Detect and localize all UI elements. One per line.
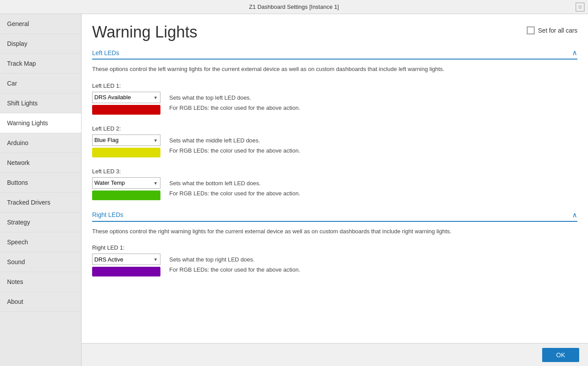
titlebar-title: Z1 Dashboard Settings [Instance 1] <box>249 4 339 10</box>
page-title: Warning Lights <box>92 23 197 41</box>
sidebar-item-arduino[interactable]: Arduino <box>0 133 81 153</box>
left-led-3-group: Left LED 3: DRS Available Blue Flag Wate… <box>92 168 577 200</box>
left-led-1-select-wrapper: DRS Available Blue Flag Water Temp DRS A… <box>92 92 160 103</box>
left-leds-chevron[interactable]: ∧ <box>572 49 577 57</box>
left-led-1-label: Left LED 1: <box>92 82 577 89</box>
left-led-2-label: Left LED 2: <box>92 125 577 132</box>
left-leds-header: Left LEDs ∧ <box>92 49 577 60</box>
set-all-cars-checkbox[interactable] <box>527 26 535 34</box>
right-led-1-row: DRS Available Blue Flag Water Temp DRS A… <box>92 254 577 276</box>
left-led-2-row: DRS Available Blue Flag Water Temp DRS A… <box>92 134 577 157</box>
set-all-cars-label: Set for all cars <box>538 27 577 34</box>
titlebar: Z1 Dashboard Settings [Instance 1] □ <box>0 0 588 14</box>
left-led-3-desc: Sets what the bottom left LED does. For … <box>169 177 300 199</box>
sidebar-item-notes[interactable]: Notes <box>0 272 81 292</box>
sidebar-item-network[interactable]: Network <box>0 153 81 173</box>
left-led-1-select[interactable]: DRS Available Blue Flag Water Temp DRS A… <box>92 92 160 103</box>
sidebar-item-buttons[interactable]: Buttons <box>0 173 81 193</box>
titlebar-controls: □ <box>576 3 584 11</box>
sidebar: GeneralDisplayTrack MapCarShift LightsWa… <box>0 14 82 366</box>
sidebar-item-sound[interactable]: Sound <box>0 252 81 272</box>
left-led-3-label: Left LED 3: <box>92 168 577 175</box>
ok-button[interactable]: OK <box>542 348 579 362</box>
right-led-1-group: Right LED 1: DRS Available Blue Flag Wat… <box>92 244 577 276</box>
sidebar-item-strategy[interactable]: Strategy <box>0 213 81 232</box>
sidebar-item-display[interactable]: Display <box>0 34 81 54</box>
sidebar-item-general[interactable]: General <box>0 14 81 34</box>
sidebar-item-shift-lights[interactable]: Shift Lights <box>0 93 81 113</box>
right-leds-desc: These options control the right warning … <box>92 227 577 236</box>
maximize-button[interactable]: □ <box>576 3 584 11</box>
left-led-3-select-wrapper: DRS Available Blue Flag Water Temp DRS A… <box>92 177 160 189</box>
left-leds-section: Left LEDs ∧ These options control the le… <box>92 49 577 200</box>
left-led-2-select-wrapper: DRS Available Blue Flag Water Temp DRS A… <box>92 134 160 146</box>
left-led-2-controls: DRS Available Blue Flag Water Temp DRS A… <box>92 134 160 157</box>
left-led-3-select[interactable]: DRS Available Blue Flag Water Temp DRS A… <box>92 177 160 189</box>
set-all-cars-container: Set for all cars <box>527 26 577 34</box>
left-led-1-group: Left LED 1: DRS Available Blue Flag Wate… <box>92 82 577 115</box>
right-led-1-color[interactable] <box>92 267 160 276</box>
right-leds-section: Right LEDs ∧ These options control the r… <box>92 211 577 277</box>
left-led-1-controls: DRS Available Blue Flag Water Temp DRS A… <box>92 92 160 115</box>
app-container: GeneralDisplayTrack MapCarShift LightsWa… <box>0 14 588 366</box>
right-led-1-select[interactable]: DRS Available Blue Flag Water Temp DRS A… <box>92 254 160 265</box>
left-led-1-row: DRS Available Blue Flag Water Temp DRS A… <box>92 92 577 115</box>
sidebar-item-warning-lights[interactable]: Warning Lights <box>0 113 81 133</box>
right-led-1-label: Right LED 1: <box>92 244 577 251</box>
left-led-2-group: Left LED 2: DRS Available Blue Flag Wate… <box>92 125 577 157</box>
left-led-1-desc: Sets what the top left LED does. For RGB… <box>169 92 300 113</box>
page-header: Warning Lights Set for all cars <box>82 14 588 49</box>
right-leds-chevron[interactable]: ∧ <box>572 211 577 219</box>
sidebar-item-speech[interactable]: Speech <box>0 232 81 252</box>
left-led-3-controls: DRS Available Blue Flag Water Temp DRS A… <box>92 177 160 200</box>
sidebar-item-about[interactable]: About <box>0 292 81 312</box>
right-led-1-select-wrapper: DRS Available Blue Flag Water Temp DRS A… <box>92 254 160 265</box>
right-led-1-desc: Sets what the top right LED does. For RG… <box>169 254 300 275</box>
left-led-2-color[interactable] <box>92 148 160 157</box>
left-leds-desc: These options control the left warning l… <box>92 65 577 74</box>
sidebar-item-car[interactable]: Car <box>0 74 81 93</box>
right-led-1-controls: DRS Available Blue Flag Water Temp DRS A… <box>92 254 160 276</box>
right-leds-header: Right LEDs ∧ <box>92 211 577 222</box>
left-led-3-row: DRS Available Blue Flag Water Temp DRS A… <box>92 177 577 200</box>
footer: OK <box>82 343 588 366</box>
left-leds-title: Left LEDs <box>92 49 119 56</box>
left-led-3-color[interactable] <box>92 190 160 200</box>
left-led-1-color[interactable] <box>92 105 160 115</box>
content-area: Warning Lights Set for all cars Left LED… <box>82 14 588 366</box>
sidebar-item-tracked-drivers[interactable]: Tracked Drivers <box>0 193 81 213</box>
sidebar-item-track-map[interactable]: Track Map <box>0 54 81 74</box>
right-leds-title: Right LEDs <box>92 211 123 218</box>
left-led-2-select[interactable]: DRS Available Blue Flag Water Temp DRS A… <box>92 134 160 146</box>
left-led-2-desc: Sets what the middle left LED does. For … <box>169 134 300 156</box>
